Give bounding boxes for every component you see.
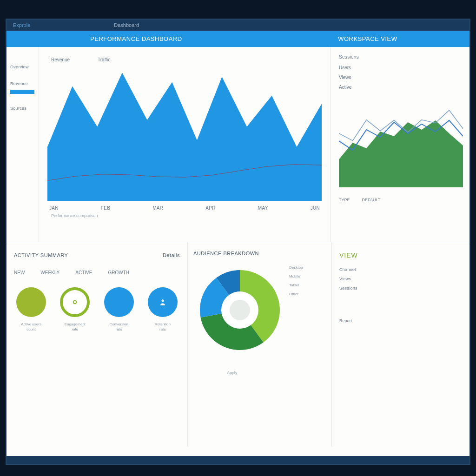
- chart-label-traffic: Traffic: [98, 57, 110, 62]
- row-top: Overview Revenue Sources Revenue Traffic: [7, 47, 469, 242]
- title-bar: Exprole Dashboard: [7, 20, 469, 31]
- legend-users: Users: [339, 65, 463, 70]
- svg-point-3: [230, 300, 250, 320]
- sessions-legend: Users Views Active: [339, 65, 463, 90]
- xaxis-mar: MAR: [152, 205, 163, 211]
- sidebar-label-revenue: Revenue: [10, 81, 28, 86]
- area-chart-canvas[interactable]: [47, 66, 322, 201]
- metric-circle-3[interactable]: Conversionrate: [102, 287, 136, 332]
- circle-sub-2: rate: [72, 327, 78, 331]
- rt-foot-default: DEFAULT: [362, 198, 381, 202]
- header-right-title: WORKSPACE VIEW: [266, 35, 469, 42]
- rt-foot-type: TYPE: [339, 198, 350, 202]
- right-line-1: Channel: [339, 267, 462, 272]
- xaxis-jun: JUN: [311, 205, 320, 211]
- circle-icon-1: [16, 287, 46, 317]
- donut-chart[interactable]: [193, 264, 286, 357]
- title-sub: Dashboard: [114, 22, 139, 28]
- xaxis-feb: FEB: [101, 205, 110, 211]
- main-chart-footnote: Performance comparison: [47, 211, 322, 218]
- right-panel-foot[interactable]: Report: [339, 318, 462, 323]
- metric-circle-2[interactable]: Engagementrate: [58, 287, 92, 332]
- donut-panel: AUDIENCE BREAKDOWN Desktop Mobile Tablet…: [188, 242, 332, 447]
- sessions-title: Sessions: [339, 54, 463, 60]
- xaxis-may: MAY: [258, 205, 268, 211]
- right-panel-title: VIEW: [339, 251, 462, 259]
- sessions-panel: Sessions Users Views Active TYPE DEFAULT: [330, 47, 469, 242]
- svg-point-1: [161, 299, 164, 302]
- circle-sub-4: rate: [159, 327, 166, 331]
- at-icon: [70, 298, 79, 307]
- sidebar-item-overview[interactable]: Overview: [10, 65, 36, 69]
- brand-label: Exprole: [13, 22, 30, 28]
- right-panel: VIEW Channel Views Sessions Report: [332, 242, 469, 447]
- sub-weekly: WEEKLY: [40, 270, 60, 275]
- legend-tablet: Tablet: [289, 283, 303, 287]
- header-band: PERFORMANCE DASHBOARD WORKSPACE VIEW: [7, 31, 469, 47]
- circle-label-1: Active users: [21, 322, 41, 326]
- legend-tag: Active: [339, 85, 463, 90]
- sub-active: ACTIVE: [75, 270, 92, 275]
- right-line-3: Sessions: [339, 286, 462, 291]
- sidebar-item-sources[interactable]: Sources: [10, 106, 36, 111]
- donut-footer[interactable]: Apply: [227, 370, 326, 375]
- circle-icon-2: [60, 287, 90, 317]
- person-icon: [158, 298, 167, 307]
- metric-circles: Active userscount Engagementrate Convers…: [14, 287, 180, 332]
- legend-other: Other: [289, 292, 303, 296]
- chart-label-revenue: Revenue: [51, 57, 70, 62]
- circle-label-4: Retention: [155, 322, 171, 326]
- circle-icon-3: [104, 287, 134, 317]
- legend-mobile: Mobile: [289, 274, 303, 278]
- xaxis-apr: APR: [205, 205, 215, 211]
- metrics-panel: ACTIVITY SUMMARY Details NEW WEEKLY ACTI…: [7, 242, 188, 447]
- right-line-2: Views: [339, 277, 462, 281]
- header-left-title: PERFORMANCE DASHBOARD: [7, 35, 266, 42]
- legend-desktop: Desktop: [289, 265, 303, 270]
- mini-area-chart[interactable]: [339, 94, 463, 187]
- circle-label-2: Engagement: [65, 322, 86, 326]
- circle-label-3: Conversion: [109, 322, 128, 326]
- sidebar-indicator-bar: [10, 90, 34, 94]
- row-bottom: ACTIVITY SUMMARY Details NEW WEEKLY ACTI…: [7, 242, 469, 447]
- metrics-title: ACTIVITY SUMMARY: [14, 252, 68, 258]
- xaxis-jan: JAN: [49, 205, 59, 211]
- sessions-footer: TYPE DEFAULT: [339, 198, 463, 202]
- chart-top-labels: Revenue Traffic: [47, 57, 322, 62]
- dashboard-content: Overview Revenue Sources Revenue Traffic: [7, 47, 469, 456]
- mini-area-svg: [339, 94, 463, 187]
- sidebar-item-revenue[interactable]: Revenue: [10, 81, 36, 94]
- metric-circle-1[interactable]: Active userscount: [14, 287, 48, 332]
- app-window: Exprole Dashboard PERFORMANCE DASHBOARD …: [6, 19, 470, 465]
- legend-views: Views: [339, 75, 463, 80]
- circle-sub-3: rate: [116, 327, 122, 331]
- main-chart-xaxis: JAN FEB MAR APR MAY JUN: [47, 201, 322, 211]
- main-area-chart: Revenue Traffic JAN FEB MAR APR MAY JUN: [39, 47, 330, 242]
- circle-sub-1: count: [26, 327, 36, 331]
- mini-sidebar: Overview Revenue Sources: [7, 47, 39, 242]
- circle-icon-4: [148, 287, 178, 317]
- sub-growth: GROWTH: [108, 270, 129, 275]
- sub-new: NEW: [14, 270, 25, 275]
- donut-legend: Desktop Mobile Tablet Other: [289, 265, 303, 296]
- donut-title: AUDIENCE BREAKDOWN: [193, 251, 326, 256]
- area-chart-svg: [47, 66, 322, 201]
- metrics-dropdown[interactable]: Details: [163, 252, 180, 258]
- metric-circle-4[interactable]: Retentionrate: [145, 287, 180, 332]
- metrics-subheaders: NEW WEEKLY ACTIVE GROWTH: [14, 270, 180, 275]
